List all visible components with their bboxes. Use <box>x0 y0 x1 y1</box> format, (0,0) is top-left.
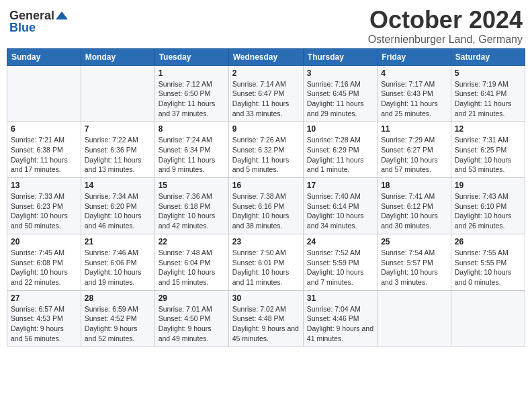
calendar-cell: 3Sunrise: 7:16 AM Sunset: 6:45 PM Daylig… <box>303 65 377 122</box>
day-info: Sunrise: 7:55 AM Sunset: 5:55 PM Dayligh… <box>455 248 521 287</box>
calendar-cell <box>378 290 451 347</box>
calendar-cell: 13Sunrise: 7:33 AM Sunset: 6:23 PM Dayli… <box>7 178 81 234</box>
calendar-cell <box>7 65 81 122</box>
weekday-header-monday: Monday <box>81 48 154 65</box>
day-info: Sunrise: 7:22 AM Sunset: 6:36 PM Dayligh… <box>85 135 151 175</box>
svg-marker-0 <box>56 11 68 19</box>
calendar-week-row: 1Sunrise: 7:12 AM Sunset: 6:50 PM Daylig… <box>7 65 525 122</box>
logo-bird-icon <box>56 10 68 21</box>
day-info: Sunrise: 7:21 AM Sunset: 6:38 PM Dayligh… <box>11 135 77 175</box>
day-number: 12 <box>455 124 521 134</box>
calendar-cell: 14Sunrise: 7:34 AM Sunset: 6:20 PM Dayli… <box>81 178 154 234</box>
calendar-week-row: 27Sunrise: 6:57 AM Sunset: 4:53 PM Dayli… <box>7 290 525 347</box>
day-number: 6 <box>11 124 77 134</box>
calendar-cell: 8Sunrise: 7:24 AM Sunset: 6:34 PM Daylig… <box>154 122 228 178</box>
calendar-subtitle: Osternienburger Land, Germany <box>368 34 523 46</box>
day-info: Sunrise: 7:52 AM Sunset: 5:59 PM Dayligh… <box>307 248 373 287</box>
calendar-cell: 17Sunrise: 7:40 AM Sunset: 6:14 PM Dayli… <box>303 178 377 234</box>
calendar-week-row: 6Sunrise: 7:21 AM Sunset: 6:38 PM Daylig… <box>7 122 525 178</box>
day-info: Sunrise: 7:04 AM Sunset: 4:46 PM Dayligh… <box>307 304 373 344</box>
calendar-cell: 23Sunrise: 7:50 AM Sunset: 6:01 PM Dayli… <box>228 234 303 290</box>
day-number: 17 <box>307 181 373 190</box>
day-info: Sunrise: 7:54 AM Sunset: 5:57 PM Dayligh… <box>381 248 447 287</box>
day-number: 10 <box>307 124 373 134</box>
day-number: 13 <box>11 181 77 190</box>
page-header: General Blue October 2024 Osternienburge… <box>7 7 525 46</box>
day-info: Sunrise: 7:34 AM Sunset: 6:20 PM Dayligh… <box>85 191 151 231</box>
calendar-cell: 18Sunrise: 7:41 AM Sunset: 6:12 PM Dayli… <box>378 178 451 234</box>
day-info: Sunrise: 6:59 AM Sunset: 4:52 PM Dayligh… <box>85 304 151 344</box>
weekday-header-thursday: Thursday <box>303 48 377 65</box>
day-number: 31 <box>307 293 373 303</box>
calendar-cell: 25Sunrise: 7:54 AM Sunset: 5:57 PM Dayli… <box>378 234 451 290</box>
calendar-week-row: 20Sunrise: 7:45 AM Sunset: 6:08 PM Dayli… <box>7 234 525 290</box>
calendar-cell: 26Sunrise: 7:55 AM Sunset: 5:55 PM Dayli… <box>451 234 525 290</box>
calendar-cell: 27Sunrise: 6:57 AM Sunset: 4:53 PM Dayli… <box>7 290 81 347</box>
day-number: 25 <box>381 237 447 246</box>
day-number: 8 <box>159 124 225 134</box>
day-info: Sunrise: 7:33 AM Sunset: 6:23 PM Dayligh… <box>11 191 77 231</box>
day-number: 9 <box>232 124 300 134</box>
calendar-cell: 11Sunrise: 7:29 AM Sunset: 6:27 PM Dayli… <box>378 122 451 178</box>
day-info: Sunrise: 7:46 AM Sunset: 6:06 PM Dayligh… <box>85 248 151 287</box>
day-number: 19 <box>455 181 521 190</box>
calendar-cell: 29Sunrise: 7:01 AM Sunset: 4:50 PM Dayli… <box>154 290 228 347</box>
day-info: Sunrise: 7:19 AM Sunset: 6:41 PM Dayligh… <box>455 79 521 119</box>
day-info: Sunrise: 7:31 AM Sunset: 6:25 PM Dayligh… <box>455 135 521 175</box>
calendar-cell: 12Sunrise: 7:31 AM Sunset: 6:25 PM Dayli… <box>451 122 525 178</box>
day-number: 11 <box>381 124 447 134</box>
day-info: Sunrise: 7:24 AM Sunset: 6:34 PM Dayligh… <box>159 135 225 175</box>
day-number: 22 <box>159 237 225 246</box>
day-info: Sunrise: 7:01 AM Sunset: 4:50 PM Dayligh… <box>159 304 225 344</box>
weekday-header-friday: Friday <box>378 48 451 65</box>
day-info: Sunrise: 7:17 AM Sunset: 6:43 PM Dayligh… <box>381 79 447 119</box>
day-number: 21 <box>85 237 151 246</box>
calendar-cell: 20Sunrise: 7:45 AM Sunset: 6:08 PM Dayli… <box>7 234 81 290</box>
day-number: 18 <box>381 181 447 190</box>
day-info: Sunrise: 7:43 AM Sunset: 6:10 PM Dayligh… <box>455 191 521 231</box>
day-number: 3 <box>307 68 373 78</box>
calendar-cell <box>81 65 154 122</box>
day-info: Sunrise: 7:29 AM Sunset: 6:27 PM Dayligh… <box>381 135 447 175</box>
day-info: Sunrise: 7:50 AM Sunset: 6:01 PM Dayligh… <box>232 248 300 287</box>
day-info: Sunrise: 7:12 AM Sunset: 6:50 PM Dayligh… <box>159 79 225 119</box>
calendar-cell: 1Sunrise: 7:12 AM Sunset: 6:50 PM Daylig… <box>154 65 228 122</box>
logo: General Blue <box>9 9 68 34</box>
calendar-title: October 2024 <box>368 7 523 34</box>
day-number: 26 <box>455 237 521 246</box>
weekday-header-sunday: Sunday <box>7 48 81 65</box>
calendar-cell: 7Sunrise: 7:22 AM Sunset: 6:36 PM Daylig… <box>81 122 154 178</box>
day-info: Sunrise: 7:45 AM Sunset: 6:08 PM Dayligh… <box>11 248 77 287</box>
calendar-cell: 28Sunrise: 6:59 AM Sunset: 4:52 PM Dayli… <box>81 290 154 347</box>
weekday-header-row: SundayMondayTuesdayWednesdayThursdayFrid… <box>7 48 525 65</box>
day-number: 4 <box>381 68 447 78</box>
day-info: Sunrise: 7:14 AM Sunset: 6:47 PM Dayligh… <box>232 79 300 119</box>
day-info: Sunrise: 7:40 AM Sunset: 6:14 PM Dayligh… <box>307 191 373 231</box>
weekday-header-wednesday: Wednesday <box>228 48 303 65</box>
weekday-header-saturday: Saturday <box>451 48 525 65</box>
calendar-cell: 19Sunrise: 7:43 AM Sunset: 6:10 PM Dayli… <box>451 178 525 234</box>
calendar-cell: 5Sunrise: 7:19 AM Sunset: 6:41 PM Daylig… <box>451 65 525 122</box>
calendar-table: SundayMondayTuesdayWednesdayThursdayFrid… <box>7 48 525 347</box>
calendar-cell: 21Sunrise: 7:46 AM Sunset: 6:06 PM Dayli… <box>81 234 154 290</box>
day-number: 27 <box>11 293 77 303</box>
day-info: Sunrise: 7:38 AM Sunset: 6:16 PM Dayligh… <box>232 191 300 231</box>
calendar-cell: 9Sunrise: 7:26 AM Sunset: 6:32 PM Daylig… <box>228 122 303 178</box>
day-number: 28 <box>85 293 151 303</box>
day-number: 30 <box>232 293 300 303</box>
calendar-cell: 16Sunrise: 7:38 AM Sunset: 6:16 PM Dayli… <box>228 178 303 234</box>
day-info: Sunrise: 6:57 AM Sunset: 4:53 PM Dayligh… <box>11 304 77 344</box>
logo-blue: Blue <box>9 21 36 34</box>
day-number: 14 <box>85 181 151 190</box>
day-number: 15 <box>159 181 225 190</box>
calendar-cell: 31Sunrise: 7:04 AM Sunset: 4:46 PM Dayli… <box>303 290 377 347</box>
day-number: 2 <box>232 68 300 78</box>
day-info: Sunrise: 7:16 AM Sunset: 6:45 PM Dayligh… <box>307 79 373 119</box>
title-block: October 2024 Osternienburger Land, Germa… <box>368 7 523 46</box>
calendar-cell: 2Sunrise: 7:14 AM Sunset: 6:47 PM Daylig… <box>228 65 303 122</box>
day-number: 23 <box>232 237 300 246</box>
calendar-cell: 24Sunrise: 7:52 AM Sunset: 5:59 PM Dayli… <box>303 234 377 290</box>
calendar-cell: 10Sunrise: 7:28 AM Sunset: 6:29 PM Dayli… <box>303 122 377 178</box>
calendar-cell: 4Sunrise: 7:17 AM Sunset: 6:43 PM Daylig… <box>378 65 451 122</box>
day-number: 1 <box>159 68 225 78</box>
